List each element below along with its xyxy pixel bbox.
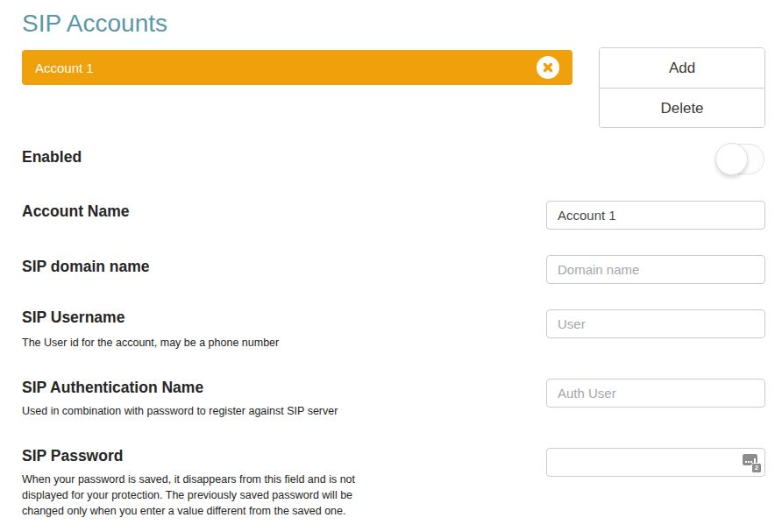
sip-username-label: SIP Username <box>22 309 124 327</box>
account-name-input[interactable] <box>546 201 765 230</box>
sip-password-label: SIP Password <box>22 447 123 465</box>
account-tab-label: Account 1 <box>35 60 94 75</box>
account-tab-selected[interactable]: Account 1 <box>22 50 572 85</box>
account-actions-group: Add Delete <box>599 47 765 128</box>
keyboard-ime-icon-dots <box>745 461 747 463</box>
sip-auth-name-help: Used in combination with password to reg… <box>22 404 338 420</box>
toggle-knob-icon <box>715 143 748 175</box>
page-title: SIP Accounts <box>22 10 167 38</box>
sip-password-field-wrap: 2 <box>546 448 765 477</box>
sip-domain-label: SIP domain name <box>22 258 150 276</box>
add-button[interactable]: Add <box>600 48 764 89</box>
sip-auth-name-label: SIP Authentication Name <box>22 379 203 397</box>
sip-domain-input[interactable] <box>546 255 765 284</box>
sip-username-input[interactable] <box>546 309 765 338</box>
keyboard-ime-badge: 2 <box>751 463 762 473</box>
sip-username-help: The User id for the account, may be a ph… <box>22 336 279 351</box>
account-name-label: Account Name <box>22 202 130 221</box>
sip-password-input[interactable] <box>546 448 765 477</box>
enabled-toggle[interactable] <box>716 144 764 174</box>
sip-auth-name-input[interactable] <box>546 379 765 408</box>
keyboard-ime-icon[interactable]: 2 <box>743 453 761 472</box>
enabled-label: Enabled <box>22 148 82 167</box>
close-icon-glyph <box>541 60 555 74</box>
close-icon[interactable] <box>537 56 559 79</box>
sip-password-help: When your password is saved, it disappea… <box>22 472 357 519</box>
delete-button[interactable]: Delete <box>600 89 764 128</box>
sip-accounts-page: SIP Accounts Account 1 Add Delete Enable… <box>0 0 782 532</box>
